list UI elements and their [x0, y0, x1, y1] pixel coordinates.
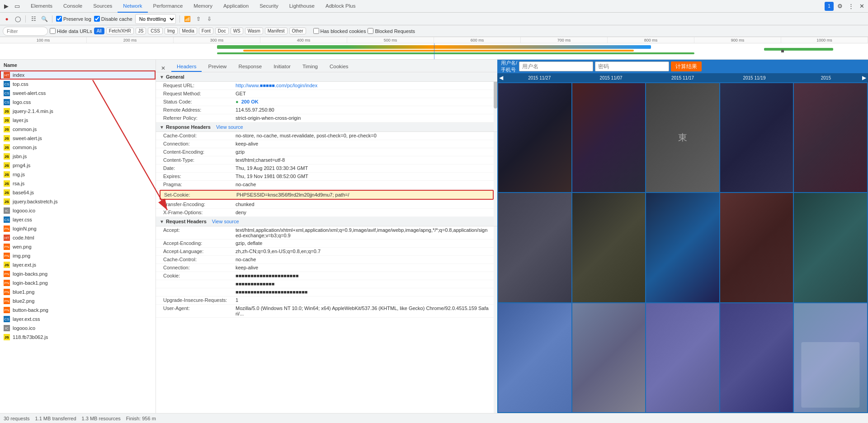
response-view-source[interactable]: View source	[216, 124, 243, 130]
tab-response[interactable]: Response	[233, 62, 267, 72]
filter-css-btn[interactable]: CSS	[148, 28, 163, 34]
record-btn[interactable]: ●	[3, 15, 11, 23]
app-cell-0[interactable]	[498, 83, 571, 192]
file-item-16[interactable]: CSlayer.css	[0, 215, 156, 224]
file-item-9[interactable]: JSjsbn.js	[0, 152, 156, 161]
app-cell-5[interactable]	[498, 193, 571, 302]
file-item-3[interactable]: CSlogo.css	[0, 98, 156, 107]
filter-input[interactable]	[3, 27, 48, 36]
filter-wasm-btn[interactable]: Wasm	[245, 28, 263, 34]
tab-security[interactable]: Security	[254, 0, 284, 13]
tab-adblock[interactable]: Adblock Plus	[320, 0, 361, 13]
file-item-22[interactable]: PNlogin-backs.png	[0, 269, 156, 278]
file-item-18[interactable]: HTcode.html	[0, 233, 156, 242]
badge-counter[interactable]: 1	[825, 2, 834, 11]
app-cell-7[interactable]	[646, 193, 719, 302]
tab-sources[interactable]: Sources	[88, 0, 118, 13]
file-item-25[interactable]: PNblue2.png	[0, 296, 156, 306]
file-item-21[interactable]: JSlayer.ext.js	[0, 260, 156, 269]
tab-performance[interactable]: Performance	[148, 0, 189, 13]
filter-media-btn[interactable]: Media	[179, 28, 197, 34]
download-icon[interactable]: ⇩	[205, 15, 213, 23]
file-item-20[interactable]: PNimg.png	[0, 251, 156, 260]
username-input[interactable]	[519, 61, 593, 71]
app-cell-9[interactable]	[794, 193, 867, 302]
file-item-11[interactable]: JSrng.js	[0, 170, 156, 179]
close-detail-btn[interactable]: ✕	[160, 65, 167, 72]
preserve-log-checkbox[interactable]: Preserve log	[56, 16, 91, 22]
tab-application[interactable]: Application	[218, 0, 254, 13]
app-cell-14[interactable]	[794, 303, 867, 412]
file-item-5[interactable]: JSlayer.js	[0, 116, 156, 125]
app-cell-6[interactable]	[572, 193, 646, 302]
tab-console[interactable]: Console	[58, 0, 88, 13]
timeline-next[interactable]: ▶	[862, 75, 866, 81]
response-headers-section[interactable]: ▼ Response Headers View source	[156, 122, 497, 132]
filter-ws-btn[interactable]: WS	[231, 28, 243, 34]
file-item-0[interactable]: HTindex	[0, 70, 156, 80]
tab-lighthouse[interactable]: Lighthouse	[284, 0, 320, 13]
tab-preview[interactable]: Preview	[203, 62, 232, 72]
file-item-13[interactable]: JSbase64.js	[0, 188, 156, 197]
device-icon[interactable]: ▭	[13, 2, 22, 11]
filter-all-btn[interactable]: All	[94, 28, 104, 34]
tab-cookies[interactable]: Cookies	[324, 62, 354, 72]
file-item-15[interactable]: IClogooo.ico	[0, 206, 156, 215]
filter-img-btn[interactable]: Img	[165, 28, 178, 34]
more-icon[interactable]: ⋮	[846, 2, 855, 11]
upload-icon[interactable]: ⇧	[194, 15, 203, 23]
tab-memory[interactable]: Memory	[188, 0, 218, 13]
app-cell-2[interactable]: 東	[646, 83, 719, 192]
file-item-29[interactable]: JS118.fb73b062.js	[0, 333, 156, 342]
search-icon[interactable]: 🔍	[40, 15, 48, 23]
filter-fetch-btn[interactable]: Fetch/XHR	[106, 28, 134, 34]
app-cell-13[interactable]	[720, 303, 793, 412]
app-cell-12[interactable]	[646, 303, 719, 412]
filter-js-btn[interactable]: JS	[136, 28, 146, 34]
file-item-26[interactable]: PNbutton-back.png	[0, 306, 156, 315]
file-item-4[interactable]: JSjquery-2.1.4.min.js	[0, 107, 156, 116]
settings-icon[interactable]: ⚙	[835, 2, 844, 11]
timeline-prev[interactable]: ◀	[499, 75, 503, 81]
filter-font-btn[interactable]: Font	[199, 28, 213, 34]
disable-cache-checkbox[interactable]: Disable cache	[94, 16, 132, 22]
request-headers-section[interactable]: ▼ Request Headers View source	[156, 217, 497, 226]
app-cell-3[interactable]	[720, 83, 793, 192]
clear-btn[interactable]: ◯	[14, 15, 22, 23]
file-item-6[interactable]: JScommon.js	[0, 125, 156, 134]
request-url-value[interactable]: http://www.■■■■■.com/pc/login/index	[236, 83, 490, 88]
file-item-23[interactable]: PNlogin-back1.png	[0, 278, 156, 287]
file-item-19[interactable]: PNwen.png	[0, 242, 156, 251]
filter-icon[interactable]: ☷	[29, 15, 38, 23]
file-item-17[interactable]: PNloginN.png	[0, 224, 156, 233]
filter-manifest-btn[interactable]: Manifest	[265, 28, 288, 34]
filter-doc-btn[interactable]: Doc	[215, 28, 229, 34]
tab-initiator[interactable]: Initiator	[268, 62, 296, 72]
throttling-select[interactable]: No throttling	[135, 14, 176, 24]
details-content[interactable]: ▼ General Request URL: http://www.■■■■■.…	[156, 72, 497, 413]
filter-other-btn[interactable]: Other	[289, 28, 306, 34]
tab-timing[interactable]: Timing	[297, 62, 323, 72]
file-item-14[interactable]: JSjquery.backstretch.js	[0, 197, 156, 206]
password-input[interactable]	[595, 61, 669, 71]
file-item-28[interactable]: IClogooo.ico	[0, 324, 156, 333]
inspect-icon[interactable]: ▶	[2, 2, 11, 11]
file-item-24[interactable]: PNblue1.png	[0, 287, 156, 296]
app-cell-8[interactable]	[720, 193, 793, 302]
has-blocked-checkbox[interactable]: Has blocked cookies	[313, 28, 366, 34]
tab-headers[interactable]: Headers	[171, 62, 202, 72]
file-item-12[interactable]: JSrsa.js	[0, 179, 156, 188]
close-icon[interactable]: ✕	[857, 2, 866, 11]
general-section-header[interactable]: ▼ General	[156, 72, 497, 82]
app-cell-4[interactable]	[794, 83, 867, 192]
app-cell-11[interactable]	[572, 303, 646, 412]
file-item-2[interactable]: CSsweet-alert.css	[0, 89, 156, 98]
request-view-source[interactable]: View source	[212, 219, 239, 224]
file-item-10[interactable]: JSprng4.js	[0, 161, 156, 170]
file-item-27[interactable]: CSlayer.ext.css	[0, 315, 156, 324]
file-item-7[interactable]: JSsweet-alert.js	[0, 134, 156, 143]
file-item-1[interactable]: CStop.css	[0, 80, 156, 89]
tab-elements[interactable]: Elements	[25, 0, 58, 13]
wifi-icon[interactable]: 📶	[184, 15, 192, 23]
app-cell-1[interactable]	[572, 83, 646, 192]
